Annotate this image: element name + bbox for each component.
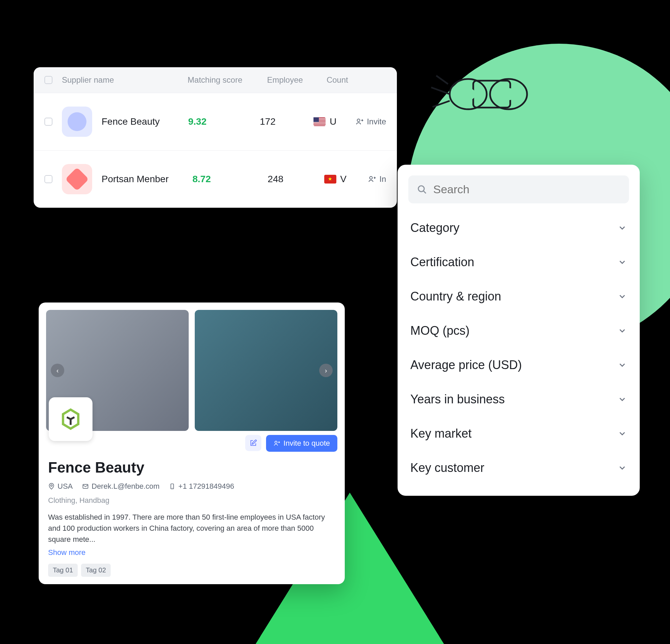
location-icon <box>48 483 55 490</box>
detail-tags: Tag 01 Tag 02 <box>48 564 335 577</box>
filter-moq[interactable]: MOQ (pcs) <box>408 314 629 348</box>
employee-count: 172 <box>260 116 314 127</box>
row-checkbox[interactable] <box>44 118 52 126</box>
gallery-prev-button[interactable]: ‹ <box>51 364 64 377</box>
header-employee: Employee <box>267 75 326 85</box>
tag[interactable]: Tag 02 <box>81 564 111 577</box>
filter-certification[interactable]: Certification <box>408 245 629 279</box>
chevron-down-icon <box>618 395 627 404</box>
detail-meta: USA Derek.L@fenbe.com +1 17291849496 <box>48 482 335 491</box>
supplier-table: Supplier name Matching score Employee Co… <box>34 67 397 208</box>
matching-score: 9.32 <box>188 116 260 127</box>
svg-point-9 <box>51 485 52 487</box>
invite-to-quote-button[interactable]: Invite to quote <box>266 435 337 452</box>
detail-categories: Clothing, Handbag <box>48 496 335 505</box>
matching-score: 8.72 <box>192 174 268 184</box>
chevron-down-icon <box>618 360 627 370</box>
edit-button[interactable] <box>245 435 262 451</box>
chevron-down-icon <box>618 258 627 267</box>
show-more-link[interactable]: Show more <box>48 548 335 557</box>
svg-point-5 <box>357 119 360 122</box>
chevron-down-icon <box>618 326 627 335</box>
row-checkbox[interactable] <box>44 175 52 183</box>
flag-vn-icon <box>324 175 336 183</box>
svg-point-4 <box>501 88 516 100</box>
invite-user-icon <box>273 440 280 447</box>
filter-key-customer[interactable]: Key customer <box>408 451 629 485</box>
company-logo <box>49 397 93 441</box>
tag[interactable]: Tag 01 <box>48 564 78 577</box>
invite-button[interactable]: In <box>368 175 386 184</box>
table-row[interactable]: Portsan Menber 8.72 248 V In <box>34 150 397 208</box>
select-all-checkbox[interactable] <box>44 76 52 84</box>
svg-point-7 <box>418 186 425 192</box>
table-row[interactable]: Fence Beauty 9.32 172 U Invite <box>34 93 397 150</box>
filter-avg-price[interactable]: Average price (USD) <box>408 348 629 382</box>
table-header: Supplier name Matching score Employee Co… <box>34 67 397 93</box>
header-score: Matching score <box>188 75 267 85</box>
supplier-avatar <box>62 107 92 137</box>
mail-icon <box>82 483 89 490</box>
detail-email: Derek.L@fenbe.com <box>82 482 159 491</box>
detail-country: USA <box>48 482 73 491</box>
search-icon <box>417 184 427 195</box>
flag-us-icon <box>313 117 325 126</box>
image-gallery: ‹ › <box>46 310 337 431</box>
header-country: Count <box>326 75 386 85</box>
country-cell: U <box>313 116 355 127</box>
filter-panel: Category Certification Country & region … <box>398 165 640 496</box>
filter-key-market[interactable]: Key market <box>408 416 629 451</box>
svg-point-3 <box>461 88 475 100</box>
invite-user-icon <box>356 118 364 126</box>
employee-count: 248 <box>268 174 324 184</box>
filter-years[interactable]: Years in business <box>408 382 629 416</box>
supplier-detail-card: ‹ › Invite to quote Fence Beauty USA Der… <box>39 302 345 584</box>
svg-point-6 <box>370 177 372 179</box>
chevron-down-icon <box>618 429 627 438</box>
edit-icon <box>250 439 257 447</box>
search-input[interactable] <box>433 183 620 196</box>
search-box[interactable] <box>408 176 629 203</box>
country-cell: V <box>324 174 368 184</box>
svg-point-8 <box>275 441 277 443</box>
binoculars-illustration <box>418 57 546 124</box>
detail-title: Fence Beauty <box>48 459 335 476</box>
supplier-avatar <box>62 164 92 194</box>
gallery-image <box>195 310 337 431</box>
phone-icon <box>169 483 176 490</box>
chevron-down-icon <box>618 292 627 301</box>
chevron-down-icon <box>618 223 627 233</box>
detail-phone: +1 17291849496 <box>169 482 234 491</box>
filter-country-region[interactable]: Country & region <box>408 279 629 314</box>
chevron-down-icon <box>618 463 627 472</box>
supplier-name: Fence Beauty <box>102 116 188 127</box>
header-name: Supplier name <box>62 75 188 85</box>
supplier-name: Portsan Menber <box>102 174 192 184</box>
detail-description: Was established in 1997. There are more … <box>48 511 335 545</box>
invite-user-icon <box>368 175 376 183</box>
invite-button[interactable]: Invite <box>356 117 386 126</box>
gallery-next-button[interactable]: › <box>319 364 333 377</box>
filter-category[interactable]: Category <box>408 211 629 245</box>
